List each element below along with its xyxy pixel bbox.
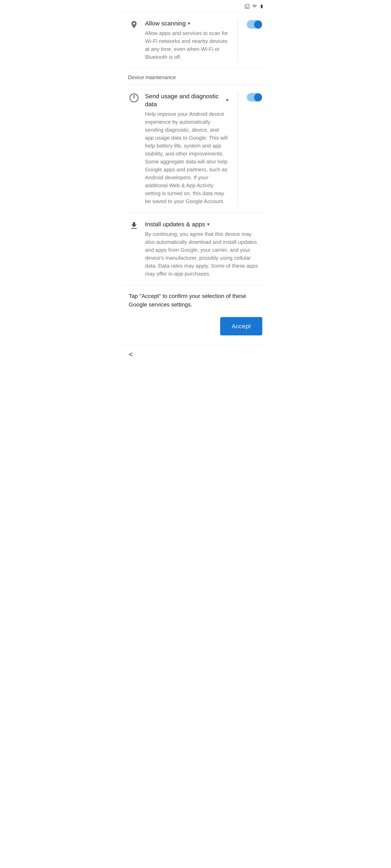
status-bar [122, 0, 269, 12]
download-icon [128, 220, 140, 230]
send-usage-data-toggle-container[interactable] [247, 92, 262, 101]
send-usage-data-toggle[interactable] [247, 93, 262, 101]
install-updates-chevron: ▾ [207, 221, 210, 227]
allow-scanning-toggle-container[interactable] [247, 19, 262, 29]
send-usage-data-content: Send usage and diagnostic data ▾ Help im… [145, 92, 229, 205]
send-usage-data-vertical-divider [237, 92, 238, 205]
svg-point-1 [134, 99, 134, 100]
send-usage-data-title: Send usage and diagnostic data ▾ [145, 92, 229, 108]
bottom-nav-bar: < [122, 345, 269, 364]
wifi-icon [252, 4, 258, 8]
device-maintenance-label: Device maintenance [128, 74, 176, 81]
send-usage-data-chevron: ▾ [226, 97, 229, 103]
device-maintenance-section: Device maintenance [122, 69, 269, 85]
diagnostic-icon [128, 92, 140, 103]
install-updates-description: By continuing, you agree that this devic… [145, 230, 262, 278]
accept-section: Tap "Accept" to confirm your selection o… [122, 285, 269, 345]
back-button[interactable]: < [129, 350, 133, 359]
battery-icon [260, 4, 264, 9]
send-usage-data-toggle-thumb [254, 93, 262, 101]
accept-button[interactable]: Accept [220, 317, 262, 335]
allow-scanning-vertical-divider [237, 19, 238, 61]
allow-scanning-description: Allow apps and services to scan for Wi-F… [145, 29, 229, 61]
allow-scanning-toggle[interactable] [247, 20, 262, 29]
send-usage-data-description: Help improve your Android device experie… [145, 110, 229, 205]
accept-note: Tap "Accept" to confirm your selection o… [129, 292, 262, 309]
allow-scanning-chevron: ▾ [188, 20, 190, 27]
allow-scanning-title: Allow scanning ▾ [145, 19, 229, 27]
allow-scanning-item: Allow scanning ▾ Allow apps and services… [122, 12, 269, 68]
allow-scanning-content: Allow scanning ▾ Allow apps and services… [145, 19, 229, 61]
install-updates-item: Install updates & apps ▾ By continuing, … [122, 213, 269, 285]
no-sim-icon [244, 4, 250, 9]
send-usage-data-item: Send usage and diagnostic data ▾ Help im… [122, 85, 269, 213]
install-updates-title: Install updates & apps ▾ [145, 220, 262, 228]
location-icon [128, 19, 140, 29]
install-updates-content: Install updates & apps ▾ By continuing, … [145, 220, 262, 278]
allow-scanning-toggle-track [247, 20, 262, 29]
send-usage-data-toggle-track [247, 93, 262, 101]
allow-scanning-toggle-thumb [254, 21, 262, 28]
